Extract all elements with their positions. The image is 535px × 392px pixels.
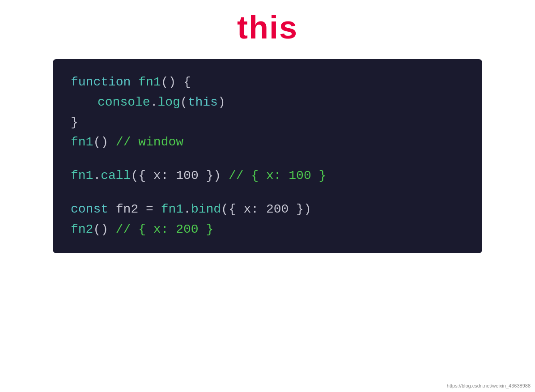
watermark: https://blog.csdn.net/weixin_43638988 <box>447 383 531 388</box>
code-line-1: function fn1() { <box>71 72 464 93</box>
code-line-4: fn1() // window <box>71 132 464 153</box>
spacer-1 <box>71 153 464 166</box>
code-line-6: const fn2 = fn1.bind({ x: 200 }) <box>71 200 464 220</box>
page-title: this <box>237 9 298 46</box>
code-line-2: console.log(this) <box>71 93 464 113</box>
code-line-5: fn1.call({ x: 100 }) // { x: 100 } <box>71 166 464 186</box>
code-line-7: fn2() // { x: 200 } <box>71 220 464 240</box>
code-block: function fn1() { console.log(this) } fn1… <box>53 59 482 253</box>
spacer-2 <box>71 186 464 200</box>
code-line-3: } <box>71 113 464 133</box>
